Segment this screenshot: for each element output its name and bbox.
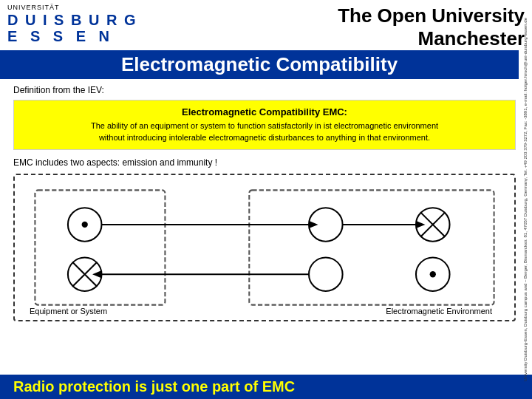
emc-description-line1: The ability of an equipment or system to… (24, 120, 505, 132)
definition-label: Definition from the IEV: (13, 85, 516, 95)
universitat-text: UNIVERSITÄT (7, 4, 137, 12)
svg-marker-19 (416, 221, 425, 228)
university-logo: UNIVERSITÄT D U I S B U R G E S S E N (7, 4, 137, 44)
definition-box: Electromagnetic Compatibility EMC: The a… (13, 100, 516, 150)
duisburg-text: D U I S B U R G (7, 12, 137, 28)
emc-diagram: Equipment or System Electromagnetic Envi… (13, 174, 516, 321)
emc-includes-text: EMC includes two aspects: emission and i… (13, 157, 516, 168)
svg-marker-17 (92, 270, 101, 278)
page-title: Electromagnetic Compatibility (0, 50, 519, 79)
main-content: Definition from the IEV: Electromagnetic… (0, 79, 532, 327)
svg-marker-15 (309, 221, 318, 228)
svg-rect-1 (249, 191, 494, 305)
equipment-label: Equipment or System (30, 307, 107, 316)
em-environment-label: Electromagnetic Environment (386, 307, 492, 316)
essen-text: E S S E N (7, 28, 137, 44)
svg-rect-0 (35, 191, 165, 305)
diagram-svg (22, 183, 507, 313)
svg-point-3 (82, 222, 88, 228)
open-university-text: The Open University Manchester (338, 4, 525, 50)
sidebar-vertical-text: University Duisburg-Essen, Duisburg camp… (519, 0, 532, 399)
bottom-bar: Radio protection is just one part of EMC (0, 375, 532, 399)
emc-title: Electromagnetic Compatibility EMC: (24, 106, 505, 117)
emc-description-line2: without introducing intolerable electrom… (24, 132, 505, 143)
svg-point-13 (309, 258, 343, 292)
svg-point-12 (430, 271, 436, 277)
page-header: UNIVERSITÄT D U I S B U R G E S S E N Th… (0, 0, 532, 50)
